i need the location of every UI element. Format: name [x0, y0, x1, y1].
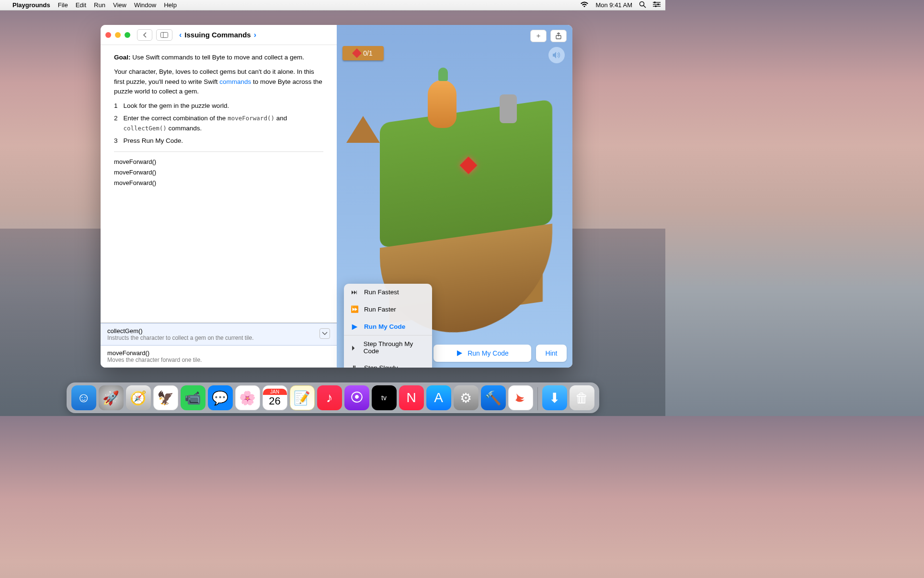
menu-run[interactable]: Run: [94, 1, 105, 9]
menu-file[interactable]: File: [58, 1, 68, 9]
dock-music[interactable]: ♪: [317, 385, 342, 410]
sound-toggle[interactable]: [548, 47, 565, 63]
dock-calendar[interactable]: JAN 26: [262, 385, 287, 410]
close-window[interactable]: [105, 32, 111, 38]
menu-window[interactable]: Window: [134, 1, 156, 9]
suggestion-desc: Moves the character forward one tile.: [107, 357, 330, 363]
step-1: Look for the gem in the puzzle world.: [124, 101, 229, 111]
dock-facetime[interactable]: 📹: [181, 385, 205, 410]
menu-help[interactable]: Help: [164, 1, 177, 9]
svg-point-7: [655, 5, 657, 7]
scene-pillar: [500, 94, 517, 123]
gem-count-text: 0/1: [363, 49, 372, 57]
code-suggestions: collectGem() Instructs the character to …: [101, 323, 337, 368]
step2-post: commands.: [167, 125, 202, 132]
run-fastest-label: Run Fastest: [364, 289, 399, 296]
run-my-code-button[interactable]: Run My Code: [433, 345, 531, 362]
step2-pre: Enter the correct combination of the: [124, 115, 228, 122]
step-number: 1: [114, 101, 118, 111]
byte-character: [428, 80, 456, 128]
dock-mail[interactable]: 🦅: [153, 385, 178, 410]
step-slow-icon: ⏸: [351, 364, 358, 368]
fast-forward-icon: ⏩: [351, 305, 358, 313]
minimize-window[interactable]: [115, 32, 121, 38]
hint-label: Hint: [546, 349, 558, 357]
dock-appstore[interactable]: A: [426, 385, 451, 410]
goal-label: Goal:: [114, 54, 131, 61]
wifi-icon[interactable]: [580, 1, 589, 9]
suggestion-name: moveForward(): [107, 349, 330, 357]
fast-forward-max-icon: ⏭: [351, 289, 358, 296]
svg-point-5: [654, 1, 656, 3]
play-icon: ▶: [351, 323, 358, 330]
step-through[interactable]: ⏵ Step Through My Code: [344, 335, 432, 359]
step-2: Enter the correct combination of the mov…: [124, 114, 323, 133]
share-button[interactable]: [550, 30, 567, 42]
spotlight-icon[interactable]: [639, 1, 646, 10]
suggestion-desc: Instructs the character to collect a gem…: [107, 335, 330, 341]
svg-rect-8: [161, 32, 168, 37]
code-line[interactable]: moveForward(): [114, 178, 323, 188]
dock-downloads[interactable]: ⬇: [542, 385, 567, 410]
code-collectgem: collectGem(): [124, 125, 167, 132]
dock-finder[interactable]: ☺: [71, 385, 96, 410]
dock-safari[interactable]: 🧭: [126, 385, 151, 410]
run-faster[interactable]: ⏩ Run Faster: [344, 301, 432, 318]
goal-text: Use Swift commands to tell Byte to move …: [131, 54, 304, 61]
window-controls: [105, 32, 130, 38]
tv-label: tv: [381, 394, 387, 402]
step2-mid: and: [274, 115, 287, 122]
dock-launchpad[interactable]: 🚀: [99, 385, 124, 410]
code-editor[interactable]: moveForward() moveForward() moveForward(…: [114, 157, 323, 188]
dock-settings[interactable]: ⚙: [454, 385, 479, 410]
hint-button[interactable]: Hint: [536, 345, 567, 362]
run-my-code[interactable]: ▶ Run My Code: [344, 318, 432, 335]
dock-tv[interactable]: tv: [372, 385, 397, 410]
step-through-label: Step Through My Code: [364, 340, 425, 355]
run-my-code-label: Run My Code: [364, 323, 405, 330]
svg-point-6: [657, 3, 659, 5]
suggestion-expand-button[interactable]: [319, 328, 330, 339]
dock: ☺ 🚀 🧭 🦅 📹 💬 🌸 JAN 26 📝 ♪ ⦿ tv N A ⚙ 🔨 ⬇ …: [67, 382, 599, 413]
sidebar-toggle-button[interactable]: [156, 29, 172, 41]
suggestion-moveforward[interactable]: moveForward() Moves the character forwar…: [101, 346, 337, 368]
editor-pane: ‹ Issuing Commands › Goal: Use Swift com…: [101, 25, 337, 368]
calendar-month: JAN: [263, 389, 287, 395]
scene-rock: [346, 116, 380, 150]
control-center-icon[interactable]: [653, 1, 661, 9]
nav-back-button[interactable]: [137, 29, 152, 41]
menu-edit[interactable]: Edit: [76, 1, 86, 9]
step-icon: ⏵: [351, 344, 358, 351]
playgrounds-window: ‹ Issuing Commands › Goal: Use Swift com…: [101, 25, 572, 368]
code-line[interactable]: moveForward(): [114, 167, 323, 178]
dock-podcasts[interactable]: ⦿: [344, 385, 369, 410]
intro-paragraph: Your character, Byte, loves to collect g…: [114, 67, 323, 96]
commands-link[interactable]: commands: [219, 78, 251, 85]
run-button-label: Run My Code: [468, 349, 509, 357]
svg-line-1: [644, 5, 646, 8]
dock-trash[interactable]: 🗑: [570, 385, 594, 410]
gem-counter: 0/1: [342, 46, 384, 60]
run-speed-menu: ⏭ Run Fastest ⏩ Run Faster ▶ Run My Code…: [344, 284, 432, 368]
dock-news[interactable]: N: [399, 385, 424, 410]
add-button[interactable]: ＋: [530, 30, 547, 42]
lesson-title: Issuing Commands: [184, 31, 251, 39]
menubar-clock[interactable]: Mon 9:41 AM: [595, 1, 632, 9]
lesson-title-nav[interactable]: ‹ Issuing Commands ›: [179, 31, 256, 39]
run-fastest[interactable]: ⏭ Run Fastest: [344, 284, 432, 301]
svg-point-0: [640, 1, 644, 6]
scene-island: [380, 99, 552, 248]
step-number: 3: [114, 136, 118, 146]
dock-notes[interactable]: 📝: [290, 385, 315, 410]
menu-view[interactable]: View: [113, 1, 126, 9]
code-line[interactable]: moveForward(): [114, 157, 323, 167]
suggestion-collectgem[interactable]: collectGem() Instructs the character to …: [101, 323, 337, 346]
dock-xy[interactable]: 🔨: [481, 385, 506, 410]
content-divider: [114, 151, 323, 152]
zoom-window[interactable]: [125, 32, 130, 38]
menu-app[interactable]: Playgrounds: [12, 1, 50, 9]
step-slowly[interactable]: ⏸ Step Slowly: [344, 359, 432, 368]
dock-messages[interactable]: 💬: [208, 385, 233, 410]
dock-photos[interactable]: 🌸: [235, 385, 260, 410]
dock-playgrounds[interactable]: [508, 385, 533, 410]
